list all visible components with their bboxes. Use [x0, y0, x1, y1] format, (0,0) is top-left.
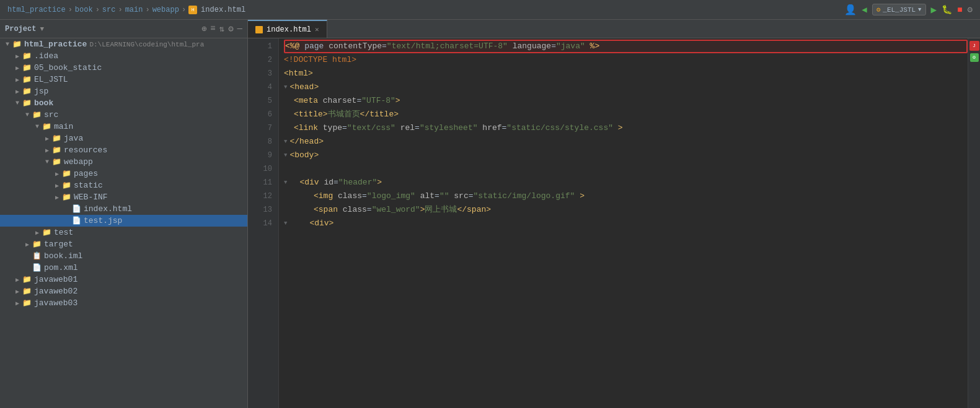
file-icon-index-html: 📄	[72, 204, 81, 214]
breadcrumb-item-main[interactable]: main	[125, 6, 143, 14]
label-test: test	[54, 228, 73, 237]
label-el-jstl: EL_JSTL	[34, 75, 68, 84]
label-index-html: index.html	[84, 204, 132, 214]
sidebar-header: Project ▼ ⊕ ≡ ⇅ ⚙ —	[0, 20, 247, 38]
line-num-5: 5	[248, 94, 272, 108]
arrow-test: ▶	[32, 229, 42, 237]
tree-item-pom-xml[interactable]: 📄 pom.xml	[0, 262, 247, 274]
tab-bar: index.html ✕	[248, 20, 980, 38]
sort-icon[interactable]: ⇅	[219, 24, 224, 34]
code-line-9: ▼ <body>	[284, 149, 968, 162]
tree-item-javaweb01[interactable]: ▶ 📁 javaweb01	[0, 274, 247, 285]
tree-item-web-inf[interactable]: ▶ 📁 WEB-INF	[0, 191, 247, 203]
indicator-icon: ⚙	[970, 53, 979, 62]
folder-icon-el-jstl: 📁	[22, 75, 32, 84]
tree-item-book[interactable]: ▼ 📁 book	[0, 97, 247, 109]
collapse-all-icon[interactable]: ≡	[210, 24, 215, 34]
tree-item-src[interactable]: ▼ 📁 src	[0, 109, 247, 121]
label-book: book	[34, 98, 53, 108]
arrow-java: ▶	[42, 135, 52, 142]
folder-icon-html-practice: 📁	[12, 40, 22, 49]
folder-icon-webapp: 📁	[52, 157, 61, 167]
tree-item-book-iml[interactable]: 📋 book.iml	[0, 250, 247, 262]
tree-item-pages[interactable]: ▶ 📁 pages	[0, 168, 247, 180]
right-strip: J ⚙	[968, 38, 980, 408]
arrow-static: ▶	[52, 182, 62, 189]
tree-item-idea[interactable]: ▶ 📁 .idea	[0, 50, 247, 62]
arrow-webapp: ▼	[42, 158, 52, 165]
label-resources: resources	[64, 145, 107, 155]
line-num-14: 14	[248, 217, 272, 230]
code-line-3: ▼ <html>	[284, 67, 968, 80]
tree-item-java[interactable]: ▶ 📁 java	[0, 132, 247, 144]
tab-close-button[interactable]: ✕	[315, 25, 319, 33]
tree-item-resources[interactable]: ▶ 📁 resources	[0, 144, 247, 156]
navigate-back-icon[interactable]: ◀	[862, 4, 867, 15]
sidebar-title: Project	[5, 25, 36, 33]
label-web-inf: WEB-INF	[74, 193, 108, 202]
code-editor: 1 2 3 4 5 6 7 8 9 10 11 12 13 14 <%@	[248, 38, 980, 408]
arrow-jsp: ▶	[12, 88, 22, 95]
line-num-1: 1	[248, 40, 272, 53]
arrow-book: ▼	[12, 100, 22, 106]
label-book-iml: book.iml	[44, 251, 82, 261]
tree-item-el-jstl[interactable]: ▶ 📁 EL_JSTL	[0, 74, 247, 85]
run-button[interactable]: ▶	[931, 4, 937, 16]
user-icon[interactable]: 👤	[844, 4, 857, 16]
tree-item-target[interactable]: ▶ 📁 target	[0, 238, 247, 250]
arrow-javaweb02: ▶	[12, 288, 22, 295]
tree-item-webapp[interactable]: ▼ 📁 webapp	[0, 156, 247, 168]
code-content[interactable]: <%@ page contentType = "text/html;charse…	[279, 38, 968, 408]
tree-item-jsp[interactable]: ▶ 📁 jsp	[0, 85, 247, 97]
arrow-el-jstl: ▶	[12, 76, 22, 84]
el-jstl-selector[interactable]: ⚙ _EL_JSTL ▼	[872, 4, 926, 15]
breadcrumb-item-src[interactable]: src	[102, 6, 116, 14]
line-num-7: 7	[248, 121, 272, 135]
arrow-05-book: ▶	[12, 64, 22, 72]
code-line-5: <meta charset = "UTF-8" >	[284, 94, 968, 108]
arrow-src: ▼	[22, 111, 32, 118]
arrow-javaweb03: ▶	[12, 300, 22, 307]
breadcrumb-item-index-html[interactable]: index.html	[201, 6, 245, 14]
folder-icon-src: 📁	[32, 110, 42, 119]
breadcrumb-item-webapp[interactable]: webapp	[152, 6, 179, 14]
tree-item-index-html[interactable]: 📄 index.html	[0, 203, 247, 215]
debug-button[interactable]: 🐛	[942, 4, 952, 15]
tree-item-html-practice[interactable]: ▼ 📁 html_practice D:\LEARNING\codeing\ht…	[0, 38, 247, 50]
arrow-html-practice: ▼	[2, 41, 12, 48]
folder-icon-resources: 📁	[52, 145, 61, 155]
arrow-pages: ▶	[52, 170, 62, 178]
tree-item-test[interactable]: ▶ 📁 test	[0, 227, 247, 238]
stop-button[interactable]: ■	[957, 5, 962, 15]
arrow-resources: ▶	[42, 147, 52, 154]
file-icon-test-jsp: 📄	[72, 216, 81, 225]
folder-icon-jsp: 📁	[22, 87, 32, 96]
tree-item-test-jsp[interactable]: 📄 test.jsp	[0, 215, 247, 227]
settings-icon[interactable]: ⚙	[228, 24, 233, 34]
sidebar: Project ▼ ⊕ ≡ ⇅ ⚙ — ▼ 📁 html_practice D:…	[0, 20, 248, 408]
folder-icon-target: 📁	[32, 240, 42, 249]
tree-item-05-book-static[interactable]: ▶ 📁 05_book_static	[0, 62, 247, 74]
tree-item-static[interactable]: ▶ 📁 static	[0, 180, 247, 191]
locate-icon[interactable]: ⊕	[201, 24, 206, 34]
breadcrumb-item-book[interactable]: book	[75, 6, 93, 14]
label-javaweb02: javaweb02	[34, 287, 77, 296]
line-num-6: 6	[248, 108, 272, 121]
label-webapp: webapp	[64, 157, 93, 167]
folder-icon-javaweb03: 📁	[22, 298, 32, 308]
folder-icon-pages: 📁	[62, 169, 71, 178]
sidebar-content: ▼ 📁 html_practice D:\LEARNING\codeing\ht…	[0, 38, 247, 408]
sidebar-dropdown-icon[interactable]: ▼	[40, 25, 44, 33]
breadcrumb-item-html-practice[interactable]: html_practice	[7, 6, 66, 14]
close-sidebar-icon[interactable]: —	[237, 24, 242, 34]
more-icon[interactable]: ⚙	[968, 4, 973, 15]
tree-item-javaweb03[interactable]: ▶ 📁 javaweb03	[0, 297, 247, 309]
code-line-14: ▼ <div>	[284, 217, 968, 230]
code-line-2: <!DOCTYPE html>	[284, 53, 968, 67]
sidebar-icons: ⊕ ≡ ⇅ ⚙ —	[201, 24, 242, 34]
tree-item-main[interactable]: ▼ 📁 main	[0, 121, 247, 132]
tab-file-icon	[255, 26, 263, 33]
label-html-practice: html_practice	[24, 40, 87, 49]
tree-item-javaweb02[interactable]: ▶ 📁 javaweb02	[0, 285, 247, 297]
tab-index-html[interactable]: index.html ✕	[248, 20, 327, 38]
